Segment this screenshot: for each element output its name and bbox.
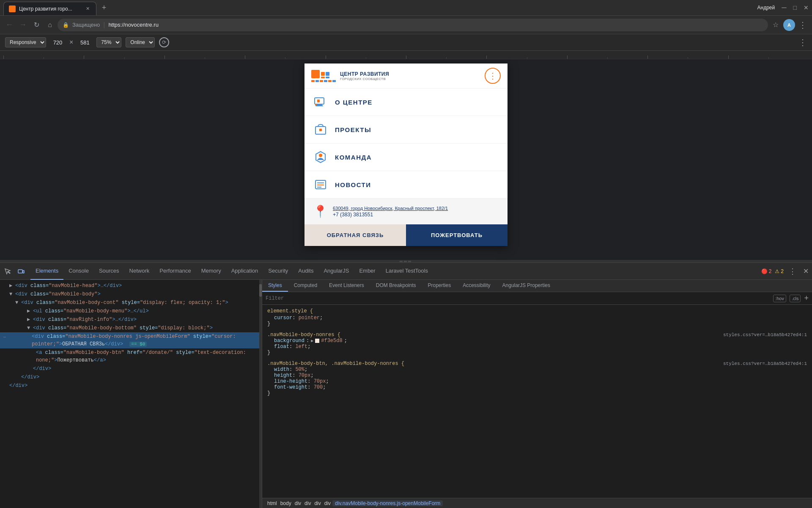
zoom-selector[interactable]: 75% <box>96 37 121 47</box>
logo-orange-square <box>311 70 320 78</box>
bookmark-icon[interactable]: ☆ <box>770 19 782 31</box>
svg-rect-6 <box>319 129 322 131</box>
logo-main-text: ЦЕНТР РАЗВИТИЯ <box>340 71 389 77</box>
css-property-line[interactable]: line-height: 70px; <box>274 378 807 384</box>
list-item[interactable]: КОМАНДА <box>304 144 508 171</box>
selected-indicator: … <box>3 333 6 340</box>
more-options-button[interactable]: ⋮ <box>797 19 809 31</box>
tab-title: Центр развития горо... <box>19 6 81 12</box>
tab-ember[interactable]: Ember <box>354 263 380 280</box>
css-property-line[interactable]: float: left; <box>274 344 807 350</box>
css-prop-name: float <box>274 344 289 350</box>
rotate-button[interactable]: ⟳ <box>159 37 169 47</box>
breadcrumb-item-div4[interactable]: div <box>323 500 332 506</box>
tab-dom-breakpoints[interactable]: DOM Breakpoints <box>370 280 422 292</box>
height-input[interactable]: 581 <box>77 39 92 46</box>
css-property-line[interactable]: background: ▶ #f3e5d8; <box>274 338 807 344</box>
add-rule-button[interactable]: + <box>804 294 809 303</box>
mobile-more-button[interactable]: ⋮ <box>485 68 501 84</box>
css-property-line[interactable]: height: 70px; <box>274 373 807 378</box>
error-count: 2 <box>769 268 772 274</box>
width-input[interactable]: 720 <box>50 39 65 46</box>
expand-arrow[interactable]: ▶ <box>27 307 33 315</box>
home-button[interactable]: ⌂ <box>44 19 56 31</box>
cls-button[interactable]: .cls <box>790 295 801 302</box>
css-property-line[interactable]: cursor: pointer; <box>274 315 807 321</box>
tab-audits[interactable]: Audits <box>293 263 318 280</box>
close-button[interactable]: ✕ <box>804 4 809 11</box>
tab-angularjs[interactable]: AngularJS <box>318 263 354 280</box>
address-bar[interactable]: 🔒 Защищено | https://novocentre.ru <box>58 19 768 31</box>
expand-arrow[interactable]: ▼ <box>27 324 33 332</box>
new-tab-button[interactable]: + <box>98 2 110 14</box>
donate-button[interactable]: ПОЖЕРТВОВАТЬ <box>406 224 508 246</box>
tab-event-listeners[interactable]: Event Listeners <box>323 280 370 292</box>
tab-performance[interactable]: Performance <box>154 263 196 280</box>
breadcrumb-item-active[interactable]: div.navMobile-body-nonres.js-openMobileF… <box>332 500 443 506</box>
tab-security[interactable]: Security <box>263 263 293 280</box>
list-item[interactable]: НОВОСТИ <box>304 171 508 199</box>
forward-button[interactable]: → <box>17 19 29 31</box>
html-code: <div class="navRight-info">…</div> <box>33 316 137 323</box>
expand-arrow[interactable]: ▼ <box>15 299 21 306</box>
list-item[interactable]: О ЦЕНТРЕ <box>304 88 508 116</box>
tab-sources[interactable]: Sources <box>94 263 124 280</box>
html-line-selected[interactable]: … <div class="navMobile-body-nonres js-o… <box>0 332 262 348</box>
css-property-line[interactable]: width: 50%; <box>274 367 807 373</box>
feedback-button[interactable]: ОБРАТНАЯ СВЯЗЬ <box>304 224 406 246</box>
expand-arrow[interactable]: ▼ <box>9 290 15 298</box>
profile-button[interactable]: А <box>783 19 795 31</box>
css-rule-combined: .navMobile-body-btn, .navMobile-body-non… <box>267 361 807 396</box>
device-selector[interactable]: Responsive <box>5 37 46 47</box>
css-prop-value: 50% <box>295 367 304 373</box>
breadcrumb-item-body[interactable]: body <box>279 500 293 506</box>
css-source-link[interactable]: styles.css?ver=…b18a5b427ed4:1 <box>723 332 807 337</box>
tab-memory[interactable]: Memory <box>196 263 226 280</box>
tab-laravel[interactable]: Laravel TestTools <box>381 263 433 280</box>
devtools-close-button[interactable]: ✕ <box>801 265 810 277</box>
breadcrumb-item-div1[interactable]: div <box>293 500 303 506</box>
inspect-element-button[interactable] <box>2 265 14 277</box>
more-responsive-options[interactable]: ⋮ <box>798 37 807 47</box>
tab-console[interactable]: Console <box>63 263 94 280</box>
tab-elements[interactable]: Elements <box>30 263 63 280</box>
svg-point-7 <box>319 154 322 157</box>
css-property-line[interactable]: font-weight: 700; <box>274 384 807 390</box>
css-source-link-2[interactable]: styles.css?ver=…b18a5b427ed4:1 <box>723 361 807 366</box>
pseudo-class-button[interactable]: :hov <box>773 295 786 302</box>
breadcrumb-item-div3[interactable]: div <box>313 500 322 506</box>
device-toggle-button[interactable] <box>15 265 27 277</box>
css-colon: : <box>307 378 313 384</box>
breadcrumb-item-html[interactable]: html <box>266 500 279 506</box>
tab-computed[interactable]: Computed <box>288 280 323 292</box>
back-button[interactable]: ← <box>3 19 15 31</box>
tab[interactable]: Центр развития горо... ✕ <box>3 2 96 15</box>
css-prop-name: height <box>274 373 292 378</box>
styles-filter-input[interactable] <box>266 295 770 301</box>
css-prop-name: line-height <box>274 378 307 384</box>
scroll-indicator[interactable] <box>259 280 262 508</box>
tab-network[interactable]: Network <box>124 263 155 280</box>
breadcrumb-item-div2[interactable]: div <box>303 500 313 506</box>
tab-properties[interactable]: Properties <box>422 280 457 292</box>
devtools-more-button[interactable]: ⋮ <box>787 265 798 278</box>
tab-styles[interactable]: Styles <box>262 280 288 292</box>
reload-button[interactable]: ↻ <box>30 19 42 31</box>
warn-badge[interactable]: ⚠ 2 <box>775 268 784 274</box>
tab-application[interactable]: Application <box>226 263 263 280</box>
nav-bar: ← → ↻ ⌂ 🔒 Защищено | https://novocentre.… <box>0 15 812 34</box>
error-badge[interactable]: 🔴 2 <box>761 268 772 274</box>
html-line: ▶ <div class="navRight-info">…</div> <box>0 315 262 324</box>
expand-arrow[interactable]: ▶ <box>27 316 33 323</box>
expand-arrow[interactable]: ▶ <box>9 282 15 290</box>
tab-angularjs-properties[interactable]: AngularJS Properties <box>497 280 556 292</box>
maximize-button[interactable]: □ <box>793 4 797 11</box>
tab-accessibility[interactable]: Accessibility <box>457 280 496 292</box>
network-selector[interactable]: Online <box>126 37 155 47</box>
minimize-button[interactable]: ─ <box>782 4 786 11</box>
list-item[interactable]: ПРОЕКТЫ <box>304 116 508 144</box>
color-swatch[interactable] <box>315 339 319 343</box>
css-prop-value: 70px <box>314 378 326 384</box>
close-tab-icon[interactable]: ✕ <box>84 6 91 12</box>
ruler-area <box>0 51 812 59</box>
